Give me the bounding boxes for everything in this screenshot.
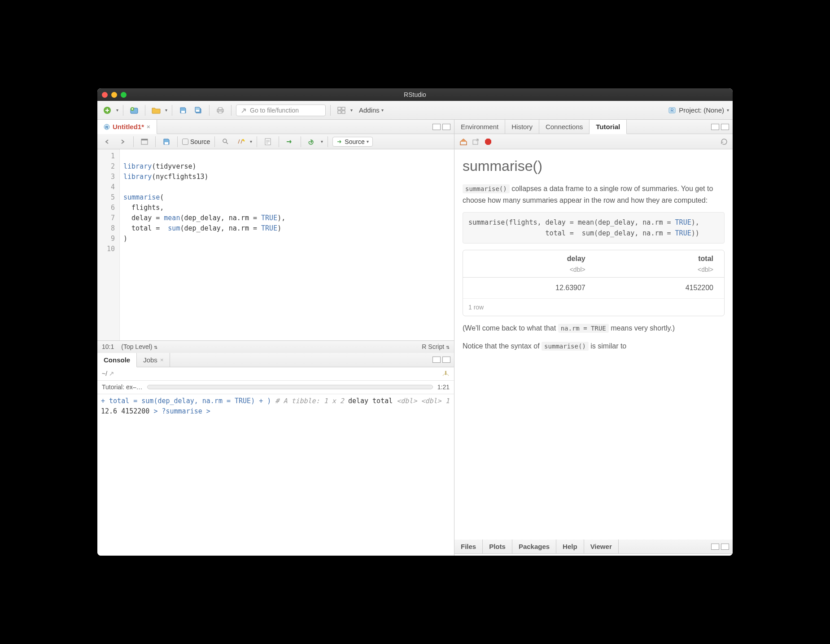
tutorial-codeblock: summarise(flights, delay = mean(dep_dela… — [463, 212, 725, 244]
maximize-bottomright-button[interactable] — [721, 544, 729, 550]
svg-rect-24 — [473, 140, 478, 144]
checkbox-icon — [182, 139, 188, 145]
svg-marker-25 — [485, 139, 491, 145]
tutorial-note2: Notice that the syntax of summarise() is… — [463, 340, 725, 352]
svg-text:R: R — [671, 108, 674, 113]
svg-rect-11 — [342, 111, 345, 113]
tab-environment[interactable]: Environment — [454, 120, 505, 134]
editor-toolbar: Source ▾ ▾ Source — [97, 134, 454, 149]
editor-filename: Untitled1* — [113, 123, 144, 131]
close-jobs-icon[interactable]: × — [160, 357, 164, 363]
svg-rect-7 — [218, 111, 222, 113]
main-toolbar: ▾ ▾ Go to file/function ▾ — [97, 101, 733, 120]
maximize-topright-button[interactable] — [721, 124, 729, 130]
maximize-pane-button[interactable] — [442, 124, 450, 130]
tutorial-heading: summarise() — [463, 155, 725, 178]
goto-file-function[interactable]: Go to file/function — [236, 104, 326, 116]
forward-button[interactable] — [116, 135, 129, 148]
addins-menu[interactable]: Addins ▾ — [355, 104, 387, 116]
project-menu[interactable]: R Project: (None) ▾ — [668, 106, 729, 114]
tab-connections[interactable]: Connections — [539, 120, 590, 134]
popout-tutorial-icon[interactable] — [472, 139, 480, 145]
workspace-panes-button[interactable] — [335, 104, 348, 117]
console-tutorial-status: Tutorial: ex–… 1:21 — [97, 381, 454, 394]
svg-rect-18 — [165, 142, 168, 144]
svg-point-19 — [223, 139, 227, 143]
tab-packages[interactable]: Packages — [512, 540, 556, 553]
minimize-bottomright-button[interactable] — [711, 544, 719, 550]
minimize-console-button[interactable] — [432, 357, 441, 363]
tutorial-content: summarise() summarise() collapses a data… — [454, 149, 733, 540]
titlebar: RStudio — [97, 88, 733, 101]
editor-tabs: R Untitled1* × — [97, 120, 454, 134]
file-type-selector[interactable]: R Script ⇅ — [422, 343, 450, 350]
top-right-tabs: Environment History Connections Tutorial — [454, 120, 733, 134]
editor-statusbar: 10:1 (Top Level) ⇅ R Script ⇅ — [97, 340, 454, 353]
back-button[interactable] — [101, 135, 114, 148]
svg-rect-6 — [218, 108, 222, 109]
tab-help[interactable]: Help — [556, 540, 584, 553]
r-file-icon: R — [104, 124, 110, 130]
minimize-pane-button[interactable] — [432, 124, 441, 130]
close-tab-icon[interactable]: × — [147, 123, 150, 130]
console-output[interactable]: + total = sum(dep_delay, na.rm = TRUE) +… — [97, 394, 454, 556]
svg-rect-10 — [338, 111, 341, 113]
window-title: RStudio — [97, 91, 733, 98]
source-button[interactable]: Source ▾ — [332, 137, 372, 147]
open-recent-dropdown[interactable]: ▾ — [165, 108, 167, 113]
svg-rect-23 — [445, 371, 446, 375]
console-tabs: Console Jobs × — [97, 353, 454, 367]
new-file-dropdown[interactable]: ▾ — [116, 108, 118, 113]
editor-tab-untitled1[interactable]: R Untitled1* × — [97, 120, 157, 134]
tutorial-intro: summarise() collapses a data frame to a … — [463, 183, 725, 206]
popout-icon[interactable] — [109, 371, 115, 376]
clear-console-icon[interactable] — [441, 370, 450, 377]
save-button[interactable] — [177, 104, 189, 117]
source-on-save-checkbox[interactable]: Source — [182, 138, 210, 145]
rerun-button[interactable] — [306, 135, 318, 148]
tutorial-time: 1:21 — [437, 383, 450, 391]
print-button[interactable] — [214, 104, 227, 117]
code-tools-button[interactable] — [235, 135, 247, 148]
svg-rect-8 — [338, 107, 341, 110]
tab-plots[interactable]: Plots — [483, 540, 512, 553]
stop-icon[interactable] — [484, 138, 492, 146]
tab-jobs[interactable]: Jobs × — [137, 353, 170, 367]
line-gutter: 12345678910 — [97, 149, 120, 340]
editor-save-button[interactable] — [160, 135, 173, 148]
panes-dropdown[interactable]: ▾ — [350, 108, 353, 113]
home-icon[interactable] — [459, 138, 468, 146]
svg-rect-4 — [196, 110, 199, 112]
code-area[interactable]: library(tidyverse) library(nycflights13)… — [120, 149, 454, 340]
minimize-topright-button[interactable] — [711, 124, 719, 130]
new-file-button[interactable] — [101, 104, 114, 117]
svg-text:R: R — [105, 125, 109, 130]
refresh-icon[interactable] — [720, 138, 728, 146]
find-button[interactable] — [219, 135, 232, 148]
tutorial-result-table: delay total <dbl> <dbl> 12.63907 4152200 — [463, 250, 725, 316]
tab-history[interactable]: History — [505, 120, 539, 134]
scope-selector[interactable]: (Top Level) ⇅ — [121, 343, 157, 350]
open-file-button[interactable] — [150, 104, 162, 117]
bottom-right-tabs: Files Plots Packages Help Viewer — [454, 540, 733, 554]
svg-point-21 — [244, 140, 245, 141]
tutorial-note1: (We'll come back to what that na.rm = TR… — [463, 322, 725, 334]
cursor-position: 10:1 — [102, 343, 114, 350]
svg-rect-17 — [141, 139, 148, 140]
tab-console[interactable]: Console — [97, 353, 137, 367]
tab-files[interactable]: Files — [454, 540, 483, 553]
rstudio-window: RStudio ▾ ▾ Go to file/function — [97, 88, 733, 556]
tab-tutorial[interactable]: Tutorial — [590, 120, 627, 134]
svg-rect-9 — [342, 107, 345, 110]
goto-placeholder: Go to file/function — [250, 107, 299, 114]
code-editor[interactable]: 12345678910 library(tidyverse) library(n… — [97, 149, 454, 340]
svg-rect-3 — [181, 111, 185, 113]
compile-report-button[interactable] — [262, 135, 274, 148]
tab-viewer[interactable]: Viewer — [584, 540, 619, 553]
new-project-button[interactable] — [128, 104, 140, 117]
tutorial-progress-bar — [147, 385, 433, 389]
maximize-console-button[interactable] — [442, 357, 450, 363]
run-button[interactable] — [284, 135, 296, 148]
show-in-new-window-button[interactable] — [138, 135, 151, 148]
save-all-button[interactable] — [192, 104, 205, 117]
